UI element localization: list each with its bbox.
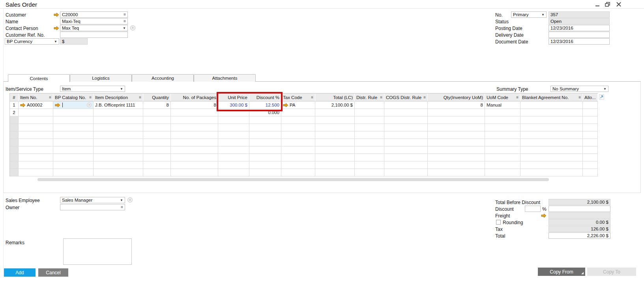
doc-series-select[interactable]: Primary▼	[511, 11, 547, 18]
cell-uom-code-row8[interactable]	[485, 154, 520, 161]
cell-row-num-row1[interactable]: 1	[10, 101, 19, 109]
cell-no-of-packages-row8[interactable]	[171, 154, 218, 161]
cell-blanket-agreement-no-row2[interactable]	[520, 109, 583, 116]
cell-qty-inventory-uom-row3[interactable]	[428, 116, 485, 124]
cell-tax-code-row8[interactable]	[281, 154, 315, 161]
cell-item-no-row8[interactable]	[19, 154, 53, 161]
link-arrow-icon[interactable]	[55, 103, 60, 107]
cell-no-of-packages-row10[interactable]	[171, 169, 218, 176]
cell-allocation-row9[interactable]	[583, 161, 598, 169]
cell-tax-code-row7[interactable]	[281, 146, 315, 154]
minimize-icon[interactable]	[594, 2, 601, 7]
cell-total-lc-row9[interactable]	[315, 161, 355, 169]
cell-quantity-row6[interactable]	[143, 139, 171, 146]
cell-discount-pct-row7[interactable]	[249, 146, 281, 154]
cell-allocation-row3[interactable]	[583, 116, 598, 124]
col-header-no-of-packages[interactable]: No. of Packages	[171, 94, 218, 101]
cell-cogs-distr-rule-row6[interactable]	[384, 139, 428, 146]
cell-allocation-row4[interactable]	[583, 124, 598, 131]
col-header-uom-code[interactable]: UoM Code≡	[485, 94, 520, 101]
cell-blanket-agreement-no-row4[interactable]	[520, 124, 583, 131]
cell-item-no-row5[interactable]	[19, 131, 53, 139]
column-menu-icon[interactable]: ≡	[578, 96, 581, 99]
discount-percent-input[interactable]	[525, 206, 541, 212]
cell-qty-inventory-uom-row4[interactable]	[428, 124, 485, 131]
cell-unit-price-row2[interactable]	[218, 109, 249, 116]
cell-bp-catalog-no-row2[interactable]	[53, 109, 94, 116]
cell-blanket-agreement-no-row3[interactable]	[520, 116, 583, 124]
cell-bp-catalog-no-row4[interactable]	[53, 124, 94, 131]
cell-no-of-packages-row5[interactable]	[171, 131, 218, 139]
col-header-total-lc[interactable]: Total (LC)	[315, 94, 355, 101]
cell-no-of-packages-row6[interactable]	[171, 139, 218, 146]
column-menu-icon[interactable]: ≡	[380, 96, 382, 99]
cell-qty-inventory-uom-row8[interactable]	[428, 154, 485, 161]
cell-total-lc-row1[interactable]: 2,100.00 $	[315, 101, 355, 109]
col-header-quantity[interactable]: Quantity	[143, 94, 171, 101]
cell-uom-code-row10[interactable]	[485, 169, 520, 176]
cell-blanket-agreement-no-row1[interactable]	[520, 101, 583, 109]
cell-unit-price-row4[interactable]	[218, 124, 249, 131]
expand-form-icon[interactable]	[599, 94, 604, 99]
cell-bp-catalog-no-row1[interactable]: ≡	[53, 101, 94, 109]
cell-blanket-agreement-no-row10[interactable]	[520, 169, 583, 176]
cell-item-no-row3[interactable]	[19, 116, 53, 124]
cell-distr-rule-row3[interactable]	[355, 116, 384, 124]
cell-tax-code-row4[interactable]	[281, 124, 315, 131]
copy-from-button[interactable]: Copy From	[538, 268, 585, 276]
cell-item-description-row4[interactable]	[94, 124, 143, 131]
cell-bp-catalog-no-row7[interactable]	[53, 146, 94, 154]
cell-allocation-row10[interactable]	[583, 169, 598, 176]
name-input[interactable]: Maxi-Teq≡	[60, 18, 128, 24]
cell-quantity-row5[interactable]	[143, 131, 171, 139]
cell-cogs-distr-rule-row9[interactable]	[384, 161, 428, 169]
cell-total-lc-row2[interactable]	[315, 109, 355, 116]
cell-allocation-row8[interactable]	[583, 154, 598, 161]
cell-item-description-row6[interactable]	[94, 139, 143, 146]
cell-distr-rule-row1[interactable]	[355, 101, 384, 109]
cell-cogs-distr-rule-row10[interactable]	[384, 169, 428, 176]
restore-icon[interactable]	[605, 2, 611, 7]
tab-accounting[interactable]: Accounting	[132, 74, 194, 82]
cell-uom-code-row5[interactable]	[485, 131, 520, 139]
cell-total-lc-row5[interactable]	[315, 131, 355, 139]
cell-row-num-row8[interactable]	[10, 154, 19, 161]
cell-item-no-row10[interactable]	[19, 169, 53, 176]
cell-item-description-row3[interactable]	[94, 116, 143, 124]
cell-total-lc-row3[interactable]	[315, 116, 355, 124]
cell-discount-pct-row3[interactable]	[249, 116, 281, 124]
cell-allocation-row5[interactable]	[583, 131, 598, 139]
owner-input[interactable]: ≡	[60, 204, 125, 210]
cell-uom-code-row2[interactable]	[485, 109, 520, 116]
document-date-input[interactable]: 12/23/2016	[549, 38, 610, 45]
owner-menu-icon[interactable]: ≡	[121, 205, 123, 209]
cell-row-num-row7[interactable]	[10, 146, 19, 154]
choose-from-list-icon[interactable]: ≡	[87, 103, 92, 107]
cell-unit-price-row5[interactable]	[218, 131, 249, 139]
close-icon[interactable]	[616, 2, 622, 7]
cell-no-of-packages-row4[interactable]	[171, 124, 218, 131]
cell-distr-rule-row6[interactable]	[355, 139, 384, 146]
col-header-cogs-distr-rule[interactable]: COGS Distr. Rule≡	[384, 94, 428, 101]
customer-input[interactable]: C20000≡	[60, 11, 128, 18]
cell-blanket-agreement-no-row9[interactable]	[520, 161, 583, 169]
cell-allocation-row6[interactable]	[583, 139, 598, 146]
discount-amount-input[interactable]	[549, 206, 610, 212]
item-service-type-select[interactable]: Item▼	[60, 86, 125, 92]
cancel-button[interactable]: Cancel	[38, 268, 68, 277]
contact-choose-list-icon[interactable]: ≡	[130, 25, 135, 30]
customer-menu-icon[interactable]: ≡	[124, 13, 126, 17]
cell-cogs-distr-rule-row1[interactable]	[384, 101, 428, 109]
cell-no-of-packages-row1[interactable]: 8	[171, 101, 218, 109]
cell-unit-price-row7[interactable]	[218, 146, 249, 154]
cell-row-num-row5[interactable]	[10, 131, 19, 139]
cell-unit-price-row9[interactable]	[218, 161, 249, 169]
cell-qty-inventory-uom-row9[interactable]	[428, 161, 485, 169]
tab-contents[interactable]: Contents	[8, 74, 70, 82]
cell-quantity-row9[interactable]	[143, 161, 171, 169]
cell-quantity-row2[interactable]	[143, 109, 171, 116]
cell-item-description-row1[interactable]: J.B. Officeprint 1111	[94, 101, 143, 109]
cell-qty-inventory-uom-row6[interactable]	[428, 139, 485, 146]
cell-item-description-row7[interactable]	[94, 146, 143, 154]
cell-no-of-packages-row9[interactable]	[171, 161, 218, 169]
